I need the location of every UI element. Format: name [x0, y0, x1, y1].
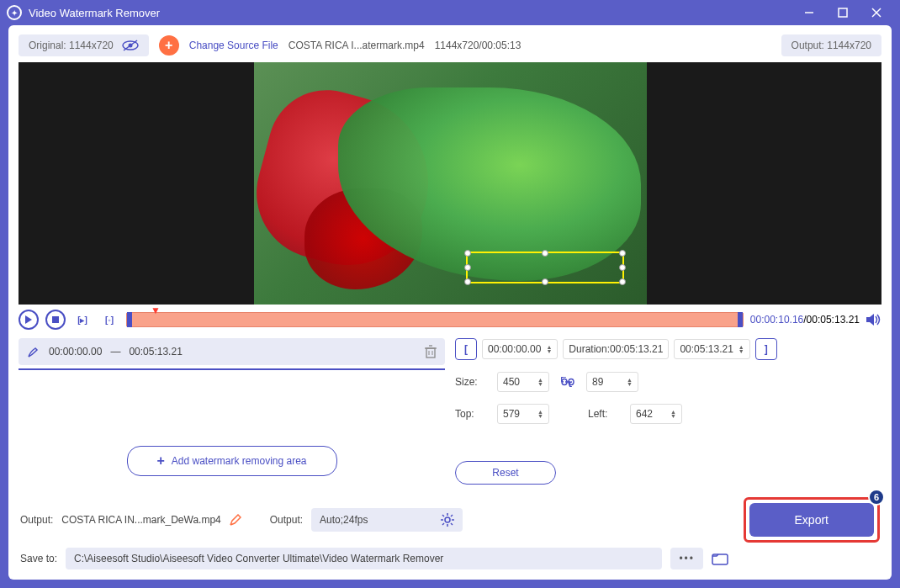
- add-file-button[interactable]: +: [159, 35, 179, 56]
- output-resolution-label: Output: 1144x720: [791, 40, 871, 51]
- svg-marker-7: [25, 315, 32, 324]
- left-input[interactable]: 642▲▼: [630, 404, 682, 424]
- preview-toggle-icon[interactable]: [122, 40, 139, 51]
- export-button[interactable]: Export: [749, 503, 874, 537]
- watermark-selection-box[interactable]: [466, 252, 624, 283]
- mark-in-button[interactable]: [▸]: [72, 310, 93, 330]
- source-filename: COSTA RICA I...atermark.mp4: [289, 40, 425, 51]
- close-button[interactable]: [860, 0, 893, 25]
- output-resolution-chip: Output: 1144x720: [781, 34, 881, 56]
- app-logo-icon: ✦: [7, 5, 22, 20]
- volume-icon[interactable]: [866, 313, 881, 326]
- set-end-bracket-button[interactable]: ]: [755, 338, 777, 360]
- aspect-lock-icon[interactable]: [561, 377, 574, 387]
- svg-line-24: [451, 515, 453, 516]
- svg-marker-9: [866, 314, 874, 326]
- clip-end-time: 00:05:13.21: [129, 346, 182, 358]
- more-options-button[interactable]: •••: [670, 548, 703, 569]
- output-file-label: Output:: [20, 514, 53, 526]
- set-start-bracket-button[interactable]: [: [455, 338, 477, 360]
- rename-output-icon[interactable]: [230, 514, 241, 526]
- source-dimensions-duration: 1144x720/00:05:13: [435, 40, 521, 51]
- svg-line-22: [442, 515, 444, 516]
- save-path-field: C:\Aiseesoft Studio\Aiseesoft Video Conv…: [66, 548, 662, 569]
- range-dash: —: [110, 346, 120, 358]
- save-path-value: C:\Aiseesoft Studio\Aiseesoft Video Conv…: [74, 553, 443, 564]
- plus-icon: +: [156, 453, 164, 469]
- left-label: Left:: [588, 408, 618, 420]
- save-to-label: Save to:: [20, 553, 57, 564]
- timeline-scrubber[interactable]: ▼: [126, 312, 744, 327]
- range-start-input[interactable]: 00:00:00.00▲▼: [482, 339, 558, 359]
- svg-point-17: [445, 517, 450, 522]
- playhead-marker[interactable]: ▼: [151, 305, 161, 316]
- settings-gear-icon[interactable]: [441, 513, 454, 527]
- svg-rect-10: [426, 348, 435, 358]
- mark-out-button[interactable]: [◦]: [99, 310, 119, 330]
- add-watermark-area-button[interactable]: + Add watermark removing area: [127, 446, 337, 476]
- clip-segment-row[interactable]: 00:00:00.00 — 00:05:13.21: [19, 338, 445, 365]
- svg-line-25: [442, 523, 444, 525]
- delete-clip-icon[interactable]: [425, 345, 437, 358]
- step-annotation-badge: 6: [868, 489, 885, 506]
- play-button[interactable]: [19, 310, 39, 330]
- original-resolution-chip: Original: 1144x720: [19, 34, 149, 56]
- stop-button[interactable]: [45, 310, 66, 330]
- maximize-button[interactable]: [826, 0, 860, 25]
- change-source-link[interactable]: Change Source File: [189, 40, 278, 51]
- svg-line-23: [451, 523, 453, 525]
- minimize-button[interactable]: [792, 0, 826, 25]
- open-folder-icon[interactable]: [712, 552, 728, 565]
- top-input[interactable]: 579▲▼: [497, 404, 549, 424]
- export-highlight-box: Export: [744, 497, 880, 543]
- original-resolution-label: Original: 1144x720: [29, 40, 114, 51]
- output-settings-label: Output:: [270, 514, 303, 526]
- app-title: Video Watermark Remover: [29, 7, 160, 19]
- output-filename: COSTA RICA IN...mark_DeWa.mp4: [61, 514, 220, 526]
- time-display: 00:00:10.16/00:05:13.21: [750, 314, 860, 326]
- size-width-input[interactable]: 450▲▼: [497, 372, 549, 392]
- output-settings-field[interactable]: Auto;24fps: [311, 508, 463, 532]
- reset-button[interactable]: Reset: [455, 461, 556, 485]
- top-label: Top:: [455, 408, 485, 420]
- clip-start-time: 00:00:00.00: [49, 346, 102, 358]
- size-height-input[interactable]: 89▲▼: [586, 372, 638, 392]
- size-label: Size:: [455, 376, 485, 388]
- svg-rect-1: [839, 8, 847, 17]
- range-end-input[interactable]: 00:05:13.21▲▼: [674, 339, 749, 359]
- brush-icon: [27, 345, 40, 358]
- svg-rect-8: [52, 316, 59, 323]
- range-duration-display: Duration:00:05:13.21: [563, 339, 669, 359]
- video-preview[interactable]: [19, 62, 881, 305]
